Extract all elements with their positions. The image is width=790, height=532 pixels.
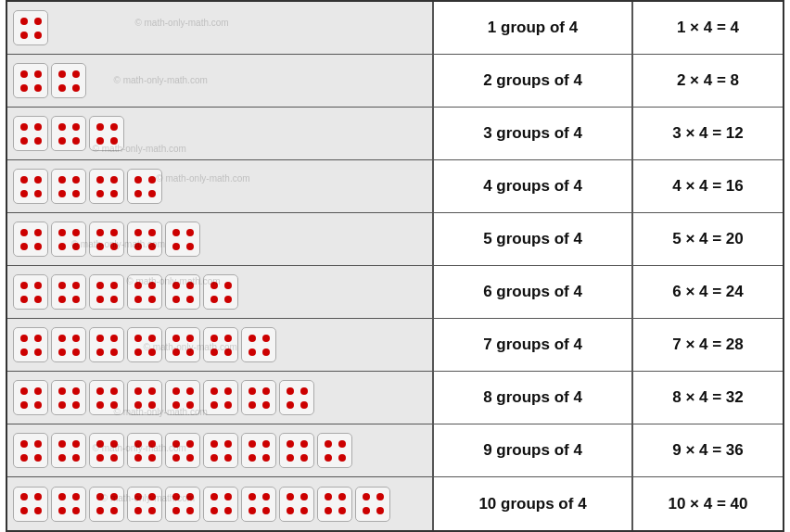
watermark: © math-only-math.com [156, 173, 249, 184]
dot [72, 176, 80, 184]
die [241, 433, 276, 468]
dot [262, 335, 270, 342]
dot [262, 440, 270, 448]
dot [20, 137, 28, 145]
dot [148, 507, 156, 514]
dot [72, 190, 80, 197]
dot [134, 401, 142, 409]
dot [72, 454, 80, 462]
watermark: © math-only-math.com [114, 75, 208, 85]
group-label: 4 groups of 4 [434, 160, 633, 212]
dot [224, 296, 232, 303]
dot [34, 84, 42, 92]
die [279, 433, 314, 468]
die [13, 169, 48, 204]
table-row: © math-only-math.com7 groups of 47 × 4 =… [7, 319, 783, 372]
dot [186, 243, 194, 250]
dot [248, 335, 256, 342]
dot [172, 387, 180, 395]
dot [110, 123, 118, 131]
dot [172, 440, 180, 448]
die [13, 274, 48, 310]
dot [20, 493, 28, 500]
dot [325, 493, 332, 500]
die [13, 487, 48, 522]
dot [262, 387, 270, 395]
dot [58, 440, 66, 448]
die [13, 327, 48, 362]
dot [96, 243, 104, 250]
dot [376, 493, 384, 500]
dot [110, 282, 118, 289]
dot [300, 507, 308, 514]
dot [224, 387, 232, 395]
dot [110, 440, 118, 448]
dot [96, 190, 104, 197]
dot [262, 454, 270, 462]
dot [262, 348, 270, 356]
die [89, 169, 124, 204]
dot [58, 229, 66, 236]
dot [148, 401, 156, 409]
dot [210, 348, 218, 356]
dot [20, 70, 28, 78]
dot [34, 440, 42, 448]
dot [20, 32, 28, 39]
dot [172, 296, 180, 303]
dot [110, 335, 118, 342]
equation: 5 × 4 = 20 [633, 213, 783, 265]
equation: 9 × 4 = 36 [633, 424, 783, 476]
dot [376, 507, 384, 514]
dice-cell: © math-only-math.com [7, 424, 434, 476]
dot [300, 440, 308, 448]
dot [224, 507, 232, 514]
dot [34, 18, 42, 25]
die [241, 380, 276, 415]
dot [186, 348, 194, 356]
die [241, 327, 276, 362]
dot [58, 401, 66, 409]
die [165, 327, 200, 362]
dot [134, 440, 142, 448]
die [203, 380, 238, 415]
dot [248, 401, 256, 409]
dot [58, 190, 66, 197]
die [279, 380, 314, 415]
dot [72, 348, 80, 356]
dot [338, 507, 346, 514]
dot [96, 229, 104, 236]
table-row: © math-only-math.com5 groups of 45 × 4 =… [7, 213, 783, 266]
dot [96, 123, 104, 131]
dot [58, 493, 66, 500]
die [13, 222, 48, 257]
dot [58, 507, 66, 514]
dot [134, 176, 142, 184]
dot [110, 507, 118, 514]
die [127, 380, 162, 415]
table-row: © math-only-math.com6 groups of 46 × 4 =… [7, 266, 783, 319]
dot [110, 229, 118, 236]
dot [172, 493, 180, 500]
equation: 7 × 4 = 28 [633, 319, 783, 371]
dot [20, 387, 28, 395]
dot [148, 387, 156, 395]
die [13, 380, 48, 415]
dot [325, 440, 332, 448]
dot [172, 507, 180, 514]
dot [20, 229, 28, 236]
dot [72, 243, 80, 250]
dot [34, 190, 42, 197]
dot [72, 282, 80, 289]
dot [172, 454, 180, 462]
dot [34, 335, 42, 342]
dot [58, 296, 66, 303]
dot [34, 32, 42, 39]
die [203, 274, 238, 310]
dot [72, 123, 80, 131]
dice-cell: © math-only-math.com [7, 213, 434, 265]
dot [96, 387, 104, 395]
die [203, 487, 238, 522]
die [127, 222, 162, 257]
dot [134, 282, 142, 289]
dot [110, 137, 118, 145]
